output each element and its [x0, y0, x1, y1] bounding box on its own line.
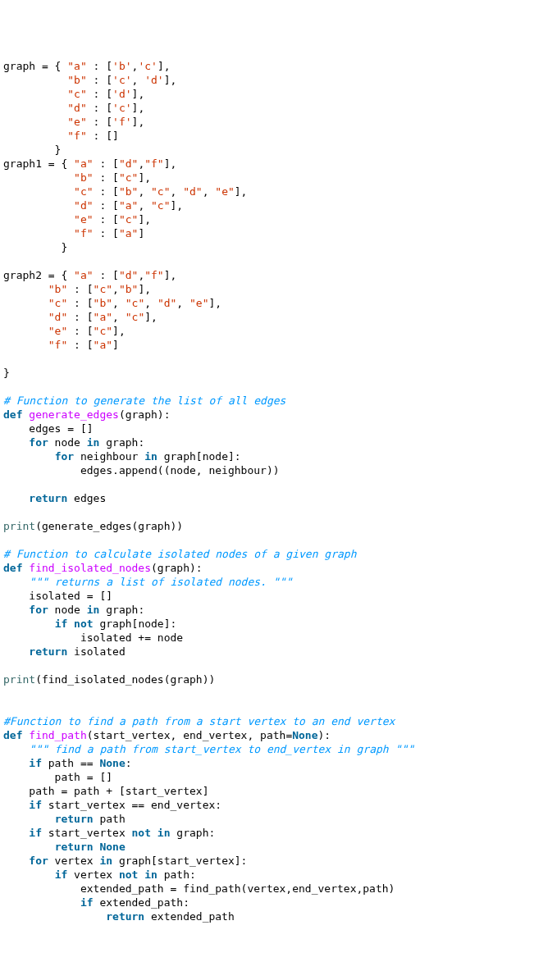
code-token: graph:	[99, 436, 144, 449]
code-token	[3, 116, 67, 128]
code-token: "d"	[48, 311, 67, 323]
code-token: ]	[138, 227, 144, 239]
code-token: "c"	[48, 297, 67, 309]
code-token	[3, 841, 55, 853]
code-token: for	[29, 436, 48, 449]
code-token: : [	[87, 102, 112, 114]
code-token: ,	[132, 74, 145, 86]
code-line: path = []	[3, 770, 531, 784]
code-token: return	[29, 492, 67, 504]
code-token: "c"	[126, 297, 144, 309]
code-token	[3, 576, 29, 588]
code-token: graph[node]:	[157, 450, 241, 463]
code-line: graph1 = { "a" : ["d","f"],	[3, 157, 531, 171]
code-token	[3, 297, 48, 309]
code-token: (generate_edges(graph))	[35, 520, 183, 532]
code-token: return	[106, 910, 144, 923]
code-token: "f"	[67, 130, 86, 142]
code-token	[3, 450, 55, 463]
code-token: for	[55, 450, 74, 463]
code-token: 'd'	[112, 88, 131, 100]
code-line: if vertex not in path:	[3, 868, 531, 882]
code-token: :	[126, 757, 132, 769]
code-token: (graph):	[119, 408, 171, 421]
code-token: : [	[67, 339, 93, 351]
code-token: "d"	[183, 185, 202, 198]
code-line: isolated = []	[3, 589, 531, 603]
code-line: for neighbour in graph[node]:	[3, 449, 531, 463]
code-token: in	[157, 827, 171, 839]
code-token: None	[292, 729, 317, 741]
code-token: if	[80, 896, 94, 909]
code-token: ],	[132, 102, 145, 114]
code-token	[3, 743, 29, 755]
code-token: "d"	[74, 199, 93, 212]
code-line: edges.append((node, neighbour))	[3, 463, 531, 477]
code-token: ,	[112, 311, 126, 323]
code-line: for node in graph:	[3, 435, 531, 449]
code-token: "c"	[126, 311, 144, 323]
code-line: def generate_edges(graph):	[3, 408, 531, 422]
code-token	[3, 855, 29, 867]
code-token: : [	[87, 60, 112, 72]
code-token: }	[3, 241, 67, 253]
code-token: graph:	[99, 604, 144, 616]
code-token: graph[node]:	[94, 618, 177, 630]
code-token: "d"	[119, 269, 138, 281]
code-token: "b"	[119, 283, 138, 295]
code-token: (find_isolated_nodes(graph))	[35, 673, 215, 686]
code-token: : [	[94, 199, 119, 212]
code-token: : [	[67, 283, 93, 295]
code-token: }	[3, 367, 10, 379]
code-token: 'c'	[112, 74, 131, 86]
code-token	[3, 213, 74, 226]
code-line: print(generate_edges(graph))	[3, 519, 531, 533]
code-line	[3, 686, 531, 700]
code-token: 'c'	[138, 60, 157, 72]
code-token	[3, 74, 67, 86]
code-token: "a"	[74, 269, 93, 281]
code-token: vertex	[67, 868, 119, 881]
code-token: graph1 = {	[3, 157, 74, 170]
code-line: "f" : ["a"]	[3, 338, 531, 352]
code-token	[3, 827, 29, 839]
code-line: edges = []	[3, 422, 531, 435]
code-line: "e" : ['f'],	[3, 115, 531, 129]
code-token: : [	[67, 311, 93, 323]
code-line: """ returns a list of isolated nodes. ""…	[3, 575, 531, 589]
code-line: print(find_isolated_nodes(graph))	[3, 672, 531, 686]
code-line: return isolated	[3, 645, 531, 659]
code-token: start_vertex == end_vertex:	[42, 799, 221, 811]
code-token	[67, 618, 74, 630]
code-token: "c"	[74, 185, 93, 198]
code-token	[3, 910, 106, 923]
code-token: return	[29, 645, 67, 658]
code-token	[3, 171, 74, 184]
code-token: graph2 = {	[3, 269, 74, 281]
code-token: "c"	[94, 325, 112, 337]
code-line: """ find a path from start_vertex to end…	[3, 742, 531, 756]
code-token: "d"	[67, 102, 86, 114]
code-token: isolated	[67, 645, 125, 658]
code-token: "c"	[119, 171, 138, 184]
code-line: return edges	[3, 491, 531, 505]
code-token: "c"	[67, 88, 86, 100]
code-token: path	[94, 813, 126, 825]
code-token	[3, 102, 67, 114]
code-token: vertex	[48, 855, 100, 867]
code-token: "e"	[74, 213, 93, 226]
code-token: ,	[138, 185, 151, 198]
code-token: node	[48, 604, 87, 616]
code-line: return None	[3, 840, 531, 854]
code-line: "b" : ["c"],	[3, 171, 531, 185]
code-token: ]	[112, 339, 119, 351]
code-line: isolated += node	[3, 631, 531, 645]
code-token	[3, 199, 74, 212]
code-token: extended_path:	[94, 896, 189, 909]
code-line: return extended_path	[3, 909, 531, 923]
code-token: start_vertex	[42, 827, 132, 839]
code-token: isolated += node	[3, 631, 183, 644]
code-token: "b"	[67, 74, 86, 86]
code-line: "d" : ["a", "c"],	[3, 310, 531, 324]
code-token: "a"	[67, 60, 86, 72]
